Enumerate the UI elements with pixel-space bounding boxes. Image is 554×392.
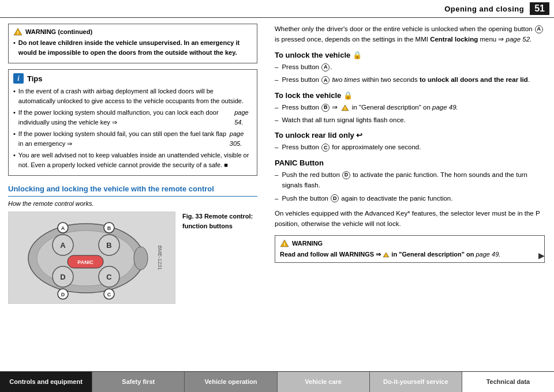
button-a-unlock: A (321, 63, 330, 71)
unlock-step-2: – Press button A two times within two se… (275, 74, 545, 85)
right-column: Whether only the driver's door or the en… (265, 18, 554, 371)
bottom-warning-title: ! WARNING (280, 239, 540, 247)
warning-continued-label: WARNING (continued) (25, 28, 92, 35)
intro-paragraph: Whether only the driver's door or the en… (275, 24, 545, 45)
warning-title: ! WARNING (continued) (13, 28, 252, 36)
bottom-warning-box: ! WARNING Read and follow all WARNINGS ⇒… (275, 235, 545, 263)
rear-step-1: – Press button C for approximately one s… (275, 142, 545, 152)
tab-controls-equipment[interactable]: Controls and equipment (0, 372, 92, 392)
svg-text:B: B (106, 241, 111, 250)
svg-text:C: C (106, 273, 112, 281)
page-number: 51 (530, 2, 549, 15)
button-a-unlock2: A (321, 76, 330, 84)
tips-label: Tips (27, 74, 43, 83)
svg-text:D: D (61, 292, 65, 297)
svg-text:D: D (60, 273, 65, 281)
dash-4: – (275, 115, 278, 125)
lock-vehicle-heading: To lock the vehicle 🔒 (275, 91, 545, 100)
tip-item-1: In the event of a crash with airbag depl… (13, 86, 252, 105)
svg-text:C: C (107, 292, 111, 297)
bme-label: BME-1231 (158, 246, 163, 270)
fig-caption-label: Fig. 33 (182, 213, 203, 220)
tab-diy-service[interactable]: Do-it-yourself service (370, 372, 462, 392)
unlocking-section-heading: Unlocking and locking the vehicle with t… (8, 184, 257, 197)
lock-step-1-text: Press button B ⇒ ! in "General descripti… (282, 102, 545, 112)
footer-tabs: Controls and equipment Safety first Vehi… (0, 371, 554, 392)
button-b-lock: B (321, 104, 330, 112)
dash-2: – (275, 74, 278, 85)
remote-control-image: A B PANIC D C (8, 212, 175, 304)
warning-continued-text: Do not leave children inside the vehicle… (13, 38, 252, 57)
warning-triangle-small: ! (341, 104, 349, 111)
remote-img-inner: A B PANIC D C (9, 212, 175, 303)
panic-step-2-text: Push the button D again to deactivate th… (282, 193, 545, 203)
lock-step-2: – Watch that all turn signal lights flas… (275, 115, 545, 125)
tab-vehicle-care[interactable]: Vehicle care (278, 372, 370, 392)
svg-text:!: ! (385, 254, 387, 257)
dash-6: – (275, 169, 278, 180)
image-area: A B PANIC D C (8, 212, 257, 304)
panic-step-1-text: Push the red button D to activate the pa… (282, 169, 545, 191)
button-c-rear: C (321, 144, 330, 152)
tip-item-2: If the power locking system should malfu… (13, 108, 252, 127)
tip-item-4: You are well advised not to keep valuabl… (13, 150, 252, 169)
tab-vehicle-operation[interactable]: Vehicle operation (185, 372, 277, 392)
advanced-key-text: On vehicles equipped with the Advanced K… (275, 208, 545, 229)
svg-text:!: ! (344, 107, 345, 111)
chapter-title: Opening and closing (444, 5, 524, 13)
svg-text:!: ! (284, 242, 286, 247)
svg-text:!: ! (17, 30, 19, 36)
button-d-panic2: D (331, 194, 339, 202)
dash-7: – (275, 193, 278, 203)
warning-triangle-icon-3: ! (383, 252, 390, 258)
main-content: ! WARNING (continued) Do not leave child… (0, 18, 554, 371)
unlock-step-1: – Press button A. (275, 62, 545, 72)
tips-title: i Tips (13, 73, 252, 84)
svg-text:A: A (61, 225, 65, 231)
panic-heading: PANIC Button (275, 159, 545, 167)
unlock-step-1-text: Press button A. (282, 62, 545, 72)
warning-bullet: Do not leave children inside the vehicle… (13, 38, 252, 57)
svg-text:A: A (60, 241, 66, 250)
page-header: Opening and closing 51 (0, 0, 554, 18)
info-icon: i (13, 73, 24, 84)
tab-technical-data[interactable]: Technical data (462, 372, 554, 392)
tab-safety-first[interactable]: Safety first (92, 372, 185, 392)
tips-content: In the event of a crash with airbag depl… (13, 86, 252, 169)
unlock-vehicle-heading: To unlock the vehicle 🔒 (275, 51, 545, 59)
bottom-warning-text: Read and follow all WARNINGS ⇒ ! in "Gen… (280, 250, 540, 259)
button-d-panic1: D (342, 171, 350, 179)
unlock-step-2-text: Press button A two times within two seco… (282, 74, 545, 85)
button-a-ref: A (535, 25, 543, 33)
panic-step-2: – Push the button D again to deactivate … (275, 193, 545, 203)
tips-box: i Tips In the event of a crash with airb… (8, 69, 257, 176)
dash-5: – (275, 142, 278, 152)
tip-item-3: If the power locking system should fail,… (13, 129, 252, 148)
left-column: ! WARNING (continued) Do not leave child… (0, 18, 265, 371)
warning-continued-box: ! WARNING (continued) Do not leave child… (8, 24, 257, 63)
panic-step-1: – Push the red button D to activate the … (275, 169, 545, 191)
svg-text:B: B (107, 225, 111, 231)
dash-1: – (275, 62, 278, 72)
remote-control-svg: A B PANIC D C (17, 213, 167, 303)
warning-triangle-icon-2: ! (280, 239, 289, 247)
bottom-warning-label: WARNING (292, 240, 323, 247)
lock-step-2-text: Watch that all turn signal lights flash … (282, 115, 545, 125)
unlock-rear-heading: To unlock rear lid only ↩ (275, 131, 545, 140)
section-subtitle: How the remote control works. (8, 200, 257, 207)
svg-text:PANIC: PANIC (77, 259, 93, 265)
lock-step-1: – Press button B ⇒ ! in "General descrip… (275, 102, 545, 112)
rear-step-1-text: Press button C for approximately one sec… (282, 142, 545, 152)
svg-point-14 (134, 247, 148, 270)
warning-triangle-icon: ! (13, 28, 23, 36)
fig-caption: Fig. 33 Remote control: function buttons (182, 212, 257, 231)
dash-3: – (275, 102, 278, 112)
